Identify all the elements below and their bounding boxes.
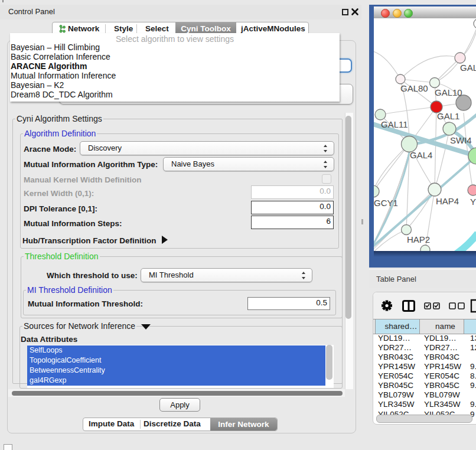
svg-text:GAL1: GAL1 bbox=[437, 111, 459, 121]
svg-text:SWI4: SWI4 bbox=[450, 135, 472, 145]
svg-text:GCY1: GCY1 bbox=[374, 198, 398, 208]
svg-text:Y: Y bbox=[470, 197, 476, 207]
svg-text:GAL80: GAL80 bbox=[400, 83, 428, 93]
svg-text:HAP4: HAP4 bbox=[436, 196, 459, 206]
svg-text:HAP2: HAP2 bbox=[407, 234, 430, 244]
svg-text:GAL11: GAL11 bbox=[381, 119, 408, 129]
svg-text:GAL4: GAL4 bbox=[410, 150, 432, 160]
svg-text:GAL10: GAL10 bbox=[435, 87, 462, 97]
svg-text:GAL7: GAL7 bbox=[460, 63, 476, 73]
